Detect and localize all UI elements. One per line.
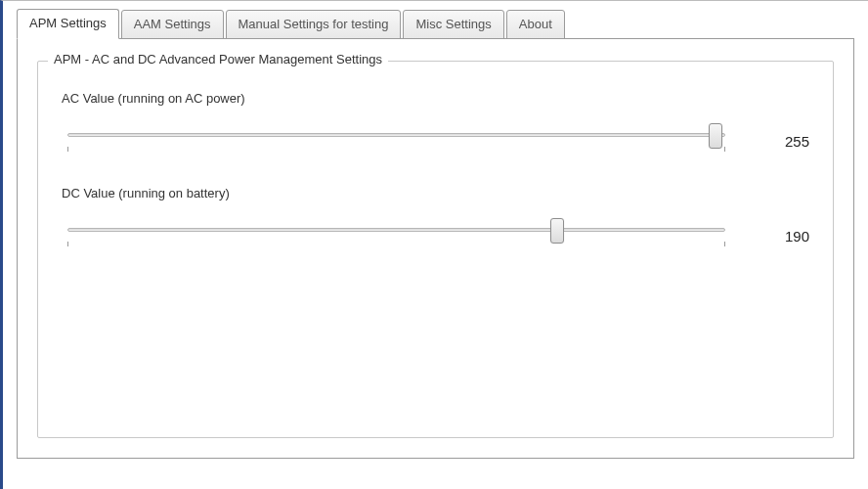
dc-slider[interactable] [62,218,731,253]
dc-slider-row: 190 [62,218,809,253]
ac-slider[interactable] [62,123,731,158]
tab-content-apm: APM - AC and DC Advanced Power Managemen… [17,38,854,459]
tab-about[interactable]: About [506,10,565,39]
ac-slider-thumb[interactable] [709,123,722,149]
tab-strip: APM Settings AAM Settings Manual Setting… [17,9,854,39]
slider-tick [67,147,68,152]
ac-slider-label: AC Value (running on AC power) [62,91,809,106]
apm-groupbox: APM - AC and DC Advanced Power Managemen… [37,61,834,438]
dc-slider-track [67,228,725,232]
ac-slider-block: AC Value (running on AC power) 255 [62,91,809,158]
slider-tick [724,147,725,152]
slider-tick [724,242,725,246]
tab-apm-settings[interactable]: APM Settings [17,9,119,39]
slider-tick [67,242,68,246]
ac-value-readout: 255 [766,133,809,150]
groupbox-legend: APM - AC and DC Advanced Power Managemen… [48,52,388,67]
ac-slider-row: 255 [62,123,809,158]
dc-value-readout: 190 [766,228,809,244]
tab-misc-settings[interactable]: Misc Settings [403,10,503,39]
ac-slider-track [67,133,725,137]
dc-slider-thumb[interactable] [550,218,564,244]
settings-panel: APM Settings AAM Settings Manual Setting… [0,0,868,489]
tab-aam-settings[interactable]: AAM Settings [121,10,224,39]
dc-slider-label: DC Value (running on battery) [62,186,809,200]
tab-manual-settings[interactable]: Manual Settings for testing [226,10,402,39]
dc-slider-block: DC Value (running on battery) 190 [62,186,809,253]
